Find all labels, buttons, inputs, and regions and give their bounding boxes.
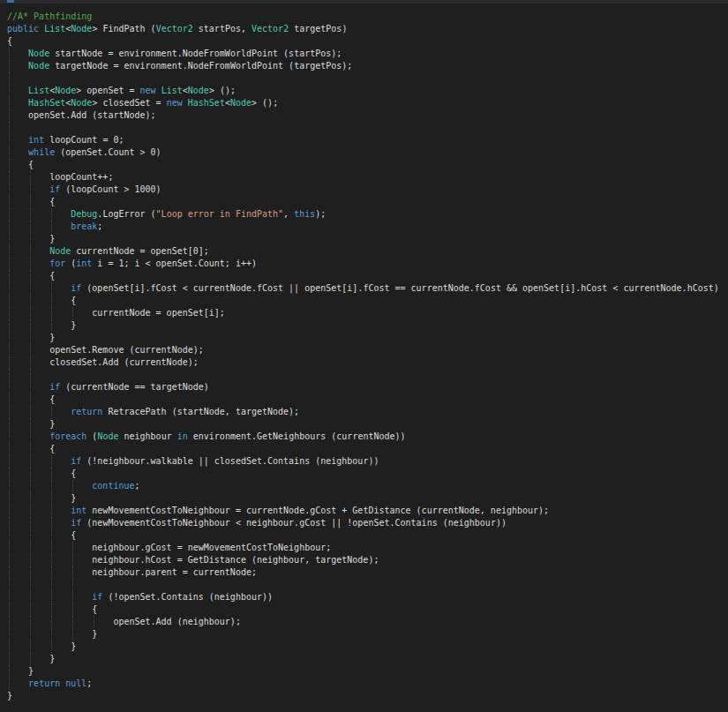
code-line: public List<Node> FindPath (Vector2 star… [7, 23, 728, 35]
code-token: } [7, 419, 55, 429]
code-token: } [7, 641, 76, 651]
code-token: foreach [49, 431, 86, 441]
code-token: (!openSet.Contains (neighbour)) [102, 592, 273, 602]
code-token: newMovementCostToNeighbour = currentNode… [86, 506, 549, 515]
indent-guide [9, 146, 10, 159]
indent-guide [30, 653, 31, 665]
indent-guide [72, 579, 73, 591]
code-line: } [7, 332, 728, 344]
code-token: } [7, 654, 55, 663]
indent-guide [30, 282, 31, 295]
code-token: (openSet[i].fCost < currentNode.fCost ||… [81, 283, 718, 293]
indent-guide [51, 517, 52, 529]
code-token: if [49, 382, 60, 392]
indent-guide [51, 455, 52, 468]
code-line: closedSet.Add (currentNode); [7, 356, 728, 369]
code-token: ( [86, 431, 97, 441]
code-token: neighbour.parent = currentNode; [7, 567, 257, 577]
code-token [7, 481, 92, 491]
code-token: > (); [209, 86, 236, 95]
indent-guide [9, 641, 10, 653]
indent-guide [9, 431, 10, 443]
indent-guide [30, 431, 31, 443]
code-line: { [7, 196, 728, 208]
indent-guide [9, 628, 10, 641]
code-line: currentNode = openSet[i]; [7, 307, 728, 319]
code-token: //A* Pathfinding [7, 11, 92, 21]
indent-guide [30, 443, 31, 455]
code-token: neighbour [118, 431, 176, 441]
indent-guide [9, 48, 10, 60]
indent-guide [51, 529, 52, 542]
code-token: neighbour.hCost = GetDistance (neighbour… [7, 555, 379, 565]
code-token: openSet.Add (startNode); [7, 110, 156, 120]
indent-guide [9, 85, 10, 97]
code-line: Node currentNode = openSet[0]; [7, 245, 728, 258]
code-token: List [44, 24, 65, 34]
indent-guide [72, 554, 73, 566]
indent-guide [51, 566, 52, 579]
code-token: new [140, 86, 156, 95]
code-line: if (openSet[i].fCost < currentNode.fCost… [7, 282, 728, 295]
indent-guide [9, 245, 10, 258]
code-editor[interactable]: //A* Pathfindingpublic List<Node> FindPa… [0, 4, 728, 712]
indent-guide [30, 381, 31, 393]
indent-guide [30, 566, 31, 579]
code-token: Node [55, 86, 76, 95]
code-token: openSet.Add (neighbour); [7, 617, 241, 626]
code-line: } [7, 641, 728, 653]
code-token: currentNode = openSet[0]; [71, 246, 209, 256]
code-token: while [28, 147, 55, 157]
indent-guide [51, 406, 52, 418]
indent-guide [72, 480, 73, 492]
code-token [7, 221, 71, 231]
indent-guide [9, 418, 10, 431]
code-token: } [7, 333, 55, 342]
indent-guide [51, 641, 52, 653]
indent-guide [30, 245, 31, 258]
indent-guide [9, 443, 10, 455]
code-token: List [28, 86, 49, 95]
indent-guide [30, 196, 31, 208]
indent-guide [30, 505, 31, 517]
code-token: for [49, 259, 65, 268]
indent-guide [9, 616, 10, 628]
indent-guide [51, 208, 52, 221]
indent-guide [9, 270, 10, 282]
indent-guide [9, 369, 10, 381]
code-token [7, 407, 71, 416]
code-line: { [7, 468, 728, 480]
code-token: if [92, 592, 102, 602]
code-token: HashSet [188, 98, 225, 108]
code-token: this [294, 209, 315, 219]
indent-guide [9, 258, 10, 270]
code-line: } [7, 418, 728, 431]
indent-guide [30, 184, 31, 196]
code-token: (!neighbour.walkable || closedSet.Contai… [81, 456, 379, 466]
code-token: ( [65, 259, 76, 268]
indent-guide [30, 480, 31, 492]
code-token [7, 135, 28, 145]
code-token: { [7, 197, 55, 206]
indent-guide [9, 468, 10, 480]
code-token: , [283, 209, 294, 219]
active-tab-accent [7, 0, 14, 3]
code-line: } [7, 233, 728, 245]
code-token: Debug [71, 209, 97, 219]
code-token: List [161, 86, 183, 95]
code-line: //A* Pathfinding [7, 11, 728, 23]
indent-guide [9, 393, 10, 406]
indent-guide [51, 628, 52, 641]
code-line: if (!neighbour.walkable || closedSet.Con… [7, 455, 728, 468]
indent-guide [30, 542, 31, 554]
code-token: { [7, 36, 12, 46]
indent-guide [9, 591, 10, 603]
code-token: return [71, 407, 102, 416]
code-token [7, 209, 71, 219]
code-token: loopCount++; [7, 172, 113, 182]
code-line: { [7, 603, 728, 616]
code-token: Node [97, 431, 118, 441]
code-line: if (loopCount > 1000) [7, 184, 728, 196]
code-token: continue [92, 481, 134, 491]
code-token: if [49, 184, 60, 194]
